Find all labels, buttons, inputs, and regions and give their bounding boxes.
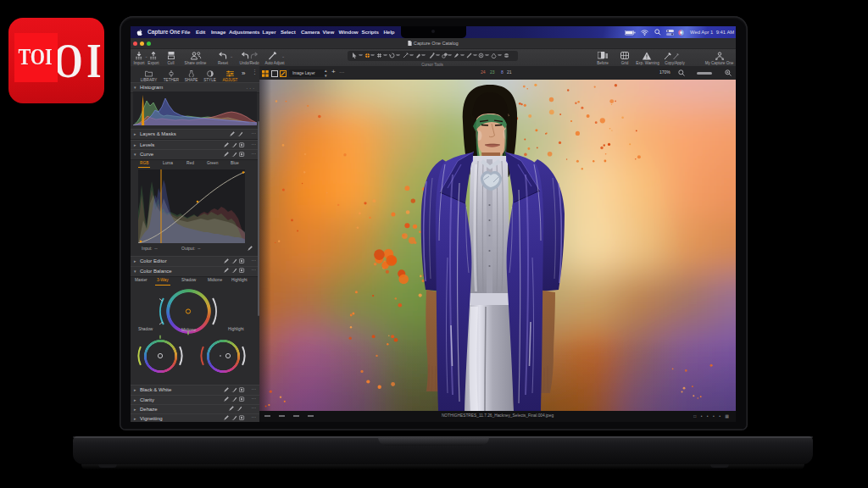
svg-text:Highlight: Highlight [228, 327, 244, 331]
svg-text:Midtone: Midtone [181, 328, 196, 332]
svg-text:Shadow: Shadow [138, 327, 153, 331]
svg-text:255: 255 [249, 122, 254, 125]
svg-text:0: 0 [135, 122, 136, 125]
